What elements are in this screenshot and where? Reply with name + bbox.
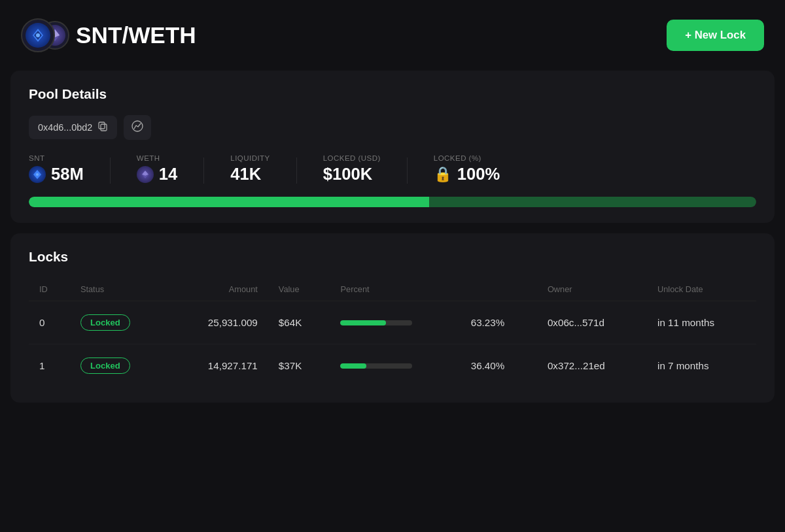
weth-mini-icon [137, 166, 154, 183]
stat-divider-4 [407, 158, 408, 184]
svg-point-2 [36, 33, 40, 37]
percent-bar-fill [340, 320, 385, 325]
cell-unlock-date: in 11 months [647, 301, 756, 344]
col-status: Status [70, 278, 169, 301]
stat-divider-1 [110, 158, 111, 184]
col-percent-val [461, 278, 537, 301]
cell-unlock-date: in 7 months [647, 344, 756, 388]
copy-icon [97, 121, 108, 131]
stat-liquidity: LIQUIDITY 41K [230, 154, 270, 184]
cell-owner: 0x372...21ed [537, 344, 647, 388]
cell-amount: 25,931.009 [169, 301, 268, 344]
col-owner: Owner [537, 278, 647, 301]
progress-bar-dark-fill [429, 197, 756, 207]
snt-logo [26, 23, 50, 48]
stat-divider-2 [203, 158, 204, 184]
app-header: SNT/WETH + New Lock [10, 10, 775, 60]
cell-id: 1 [29, 344, 70, 388]
svg-rect-7 [101, 124, 107, 131]
table-row: 1 Locked 14,927.171 $37K 36.40% 0x372...… [29, 344, 756, 388]
stat-locked-pct-label: LOCKED (%) [434, 154, 500, 162]
stat-weth-label: WETH [137, 154, 177, 162]
status-badge: Locked [80, 357, 130, 374]
stats-row: SNT 58M WETH [29, 154, 756, 184]
svg-point-11 [36, 173, 39, 176]
table-row: 0 Locked 25,931.009 $64K 63.23% 0x06c...… [29, 301, 756, 344]
cell-percent-value: 63.23% [461, 301, 537, 344]
locks-title: Locks [29, 249, 756, 265]
pair-title: SNT/WETH [76, 22, 196, 48]
stat-weth: WETH 14 [137, 154, 177, 184]
locks-card: Locks ID Status Amount Value Percent Own… [10, 233, 775, 403]
chart-button[interactable] [124, 115, 151, 140]
stat-locked-usd-value: $100K [323, 165, 381, 184]
copy-address-button[interactable] [97, 121, 108, 134]
stat-snt: SNT 58M [29, 154, 84, 184]
stat-divider-3 [296, 158, 297, 184]
cell-amount: 14,927.171 [169, 344, 268, 388]
percent-bar-fill [340, 363, 366, 369]
eth-mini-svg [141, 170, 150, 179]
liquidity-progress-bar [29, 197, 756, 207]
chart-icon [131, 120, 143, 132]
locks-table-body: 0 Locked 25,931.009 $64K 63.23% 0x06c...… [29, 301, 756, 388]
cell-owner: 0x06c...571d [537, 301, 647, 344]
cell-percent-bar [330, 344, 460, 388]
stat-snt-value: 58M [29, 165, 84, 184]
stat-locked-usd-label: LOCKED (USD) [323, 154, 381, 162]
snt-token-icon [21, 18, 55, 52]
address-text: 0x4d6...0bd2 [38, 122, 92, 133]
pool-details-card: Pool Details 0x4d6...0bd2 SNT [10, 71, 775, 223]
col-id: ID [29, 278, 70, 301]
cell-percent-value: 36.40% [461, 344, 537, 388]
address-badge: 0x4d6...0bd2 [29, 116, 117, 139]
locks-table: ID Status Amount Value Percent Owner Unl… [29, 278, 756, 387]
progress-bar-bright-fill [29, 197, 429, 207]
col-value: Value [268, 278, 330, 301]
snt-mini-icon [29, 166, 46, 183]
cell-status: Locked [70, 301, 169, 344]
col-amount: Amount [169, 278, 268, 301]
locks-table-header-row: ID Status Amount Value Percent Owner Unl… [29, 278, 756, 301]
locked-icon: 🔒 [434, 165, 452, 183]
token-pair-icons [21, 17, 68, 54]
cell-value: $37K [268, 344, 330, 388]
cell-status: Locked [70, 344, 169, 388]
stat-locked-pct: LOCKED (%) 🔒 100% [434, 154, 500, 184]
stat-liquidity-label: LIQUIDITY [230, 154, 270, 162]
header-left: SNT/WETH [21, 17, 196, 54]
locks-table-head: ID Status Amount Value Percent Owner Unl… [29, 278, 756, 301]
snt-svg [30, 27, 46, 43]
status-badge: Locked [80, 314, 130, 331]
stat-liquidity-value: 41K [230, 165, 270, 184]
svg-rect-8 [99, 122, 105, 129]
stat-locked-usd: LOCKED (USD) $100K [323, 154, 381, 184]
stat-weth-value: 14 [137, 165, 177, 184]
stat-snt-label: SNT [29, 154, 84, 162]
percent-bar-wrap [340, 320, 412, 325]
cell-percent-bar [330, 301, 460, 344]
percent-bar-wrap [340, 363, 412, 369]
col-percent-bar: Percent [330, 278, 460, 301]
address-row: 0x4d6...0bd2 [29, 115, 756, 140]
stat-locked-pct-value: 🔒 100% [434, 165, 500, 184]
cell-id: 0 [29, 301, 70, 344]
pool-details-title: Pool Details [29, 86, 756, 102]
col-unlock-date: Unlock Date [647, 278, 756, 301]
new-lock-button[interactable]: + New Lock [667, 20, 764, 51]
snt-mini-svg [32, 169, 43, 180]
cell-value: $64K [268, 301, 330, 344]
